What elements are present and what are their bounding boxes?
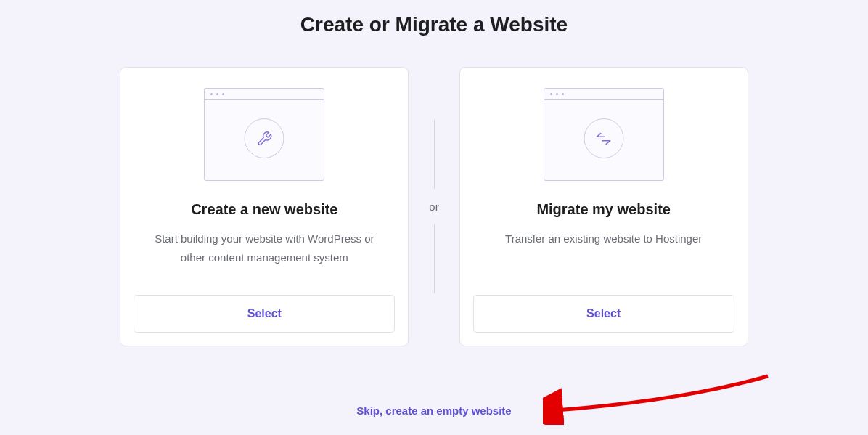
browser-frame-header (205, 89, 324, 100)
card-migrate-title: Migrate my website (536, 201, 671, 218)
select-migrate-button[interactable]: Select (473, 295, 734, 333)
card-migrate-description: Transfer an existing website to Hostinge… (498, 229, 709, 295)
divider-line-bottom (434, 224, 435, 293)
wrench-icon (245, 118, 284, 158)
card-migrate[interactable]: Migrate my website Transfer an existing … (459, 67, 748, 346)
divider: or (429, 98, 438, 316)
card-create[interactable]: Create a new website Start building your… (120, 67, 409, 346)
skip-link[interactable]: Skip, create an empty website (356, 404, 511, 417)
card-create-description: Start building your website with WordPre… (134, 229, 395, 295)
transfer-arrows-icon (584, 118, 623, 158)
select-create-button[interactable]: Select (134, 295, 395, 333)
migrate-illustration (544, 88, 664, 181)
card-create-title: Create a new website (191, 201, 337, 218)
browser-frame-header (544, 89, 663, 100)
create-illustration (204, 88, 324, 181)
page-title: Create or Migrate a Website (300, 13, 568, 36)
divider-label: or (429, 200, 438, 213)
cards-row: Create a new website Start building your… (120, 67, 748, 346)
divider-line-top (434, 120, 435, 189)
